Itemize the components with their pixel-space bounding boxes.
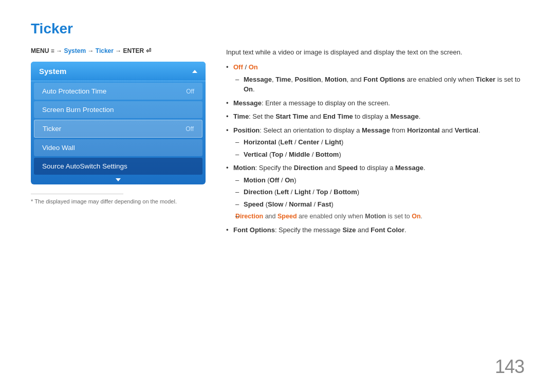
chevron-down-icon [116, 178, 121, 181]
dir-close: ) [357, 188, 359, 196]
right-panel: Input text while a video or image is dis… [226, 47, 524, 371]
sub-list-motion: Motion (Off / On) Direction (Left / Ligh… [233, 175, 524, 210]
on-label: On [249, 63, 258, 71]
vert-label: Vertical [244, 151, 267, 158]
left-divider [31, 194, 123, 194]
font-options-desc-1: : Specify the message [275, 226, 343, 234]
end-time: End Time [323, 113, 353, 120]
video-wall-label: Video Wall [42, 144, 75, 152]
menu-item-screen-burn[interactable]: Screen Burn Protection [34, 101, 202, 118]
motion-sub-motion: Motion (Off / On) [233, 175, 524, 185]
bullet-time: Time: Set the Start Time and End Time to… [226, 111, 524, 122]
auto-protection-label: Auto Protection Time [42, 87, 106, 95]
speed-fast: Fast [318, 200, 331, 208]
time-and: and [308, 113, 323, 120]
motion-sub-speed: Speed (Slow / Normal / Fast) [233, 199, 524, 210]
vert-slash2: / [310, 151, 316, 158]
font-options-period: . [404, 226, 406, 234]
sub-list-position: Horizontal (Left / Center / Light) Verti… [233, 137, 524, 159]
motion-sub-direction: Direction (Left / Light / Top / Bottom) [233, 187, 524, 197]
menu-enter: ENTER ⏎ [123, 47, 151, 54]
ticker-value: Off [186, 125, 194, 133]
motion-on: On [285, 176, 294, 184]
horiz-label: Horizontal [244, 138, 276, 146]
ticker-label: Ticker [43, 125, 61, 133]
start-time: Start Time [275, 113, 308, 120]
motion-close: ) [294, 176, 296, 184]
speed-normal: Normal [289, 200, 312, 208]
menu-path: MENU ≡ → System → Ticker → ENTER ⏎ [31, 47, 206, 54]
time-desc-2: to display a [353, 113, 391, 120]
motion-message: Message [395, 164, 423, 172]
position-desc-1: : Select an orientation to display a [260, 126, 362, 134]
off-label: Off [233, 63, 243, 71]
position-message: Message [362, 126, 390, 134]
subnote-message: Message, Time, Position, Motion, and Fon… [244, 76, 521, 94]
bottom-label: Bottom [316, 151, 339, 158]
auto-protection-value: Off [186, 88, 194, 95]
position-term: Position [233, 126, 260, 134]
subnote-offon: Message, Time, Position, Motion, and Fon… [233, 74, 524, 95]
light-label: Light [325, 138, 341, 146]
motion-and: and [323, 164, 338, 172]
motion-note: Direction and Speed are enabled only whe… [233, 211, 524, 221]
speed-term: Speed [338, 164, 358, 172]
footnote: * The displayed image may differ dependi… [31, 198, 206, 204]
dir-top: Top [317, 188, 328, 196]
menu-item-auto-protection[interactable]: Auto Protection Time Off [34, 83, 202, 100]
position-from: from [390, 126, 407, 134]
motion-desc-2: to display a [358, 164, 395, 172]
position-period: . [478, 126, 480, 134]
font-options-term: Font Options [233, 226, 275, 234]
bullet-motion: Motion: Specify the Direction and Speed … [226, 163, 524, 221]
left-label: Left [281, 138, 293, 146]
slash-1: / [243, 63, 249, 71]
dir-slash2: / [311, 188, 317, 196]
position-and: and [440, 126, 455, 134]
speed-slash2: / [312, 200, 318, 208]
speed-paren: ( [264, 200, 268, 208]
speed-close: ) [331, 200, 334, 208]
horiz-paren: ( [276, 138, 281, 146]
motion-period: . [423, 164, 425, 172]
content-area: MENU ≡ → System → Ticker → ENTER ⏎ Syste… [31, 47, 524, 371]
bullet-list: Off / On Message, Time, Position, Motion… [226, 62, 524, 235]
motion-paren: ( [266, 176, 270, 184]
menu-prefix: MENU [31, 47, 49, 54]
bullet-position: Position: Select an orientation to displ… [226, 125, 524, 160]
time-desc-1: : Set the [249, 113, 275, 120]
horiz-close: ) [341, 138, 343, 146]
speed-slash1: / [283, 200, 289, 208]
horizontal-term: Horizontal [407, 126, 440, 134]
direction-label: Direction [244, 188, 272, 196]
arrow-3: → [115, 47, 123, 54]
screen-burn-label: Screen Burn Protection [42, 106, 114, 114]
time-period: . [419, 113, 421, 120]
middle-label: Middle [289, 151, 310, 158]
time-term: Time [233, 113, 249, 120]
system-label: System [39, 67, 66, 76]
menu-item-video-wall[interactable]: Video Wall [34, 139, 202, 156]
arrow-1: → [56, 47, 64, 54]
position-vertical: Vertical (Top / Middle / Bottom) [233, 150, 524, 160]
dir-light: Light [294, 188, 311, 196]
menu-item-ticker[interactable]: Ticker Off [34, 120, 202, 138]
page-title: Ticker [31, 21, 524, 37]
page-number: 143 [495, 356, 524, 378]
message-term: Message [233, 99, 262, 107]
motion-slash: / [279, 176, 285, 184]
chevron-up-icon [192, 70, 197, 73]
motion-off: Off [270, 176, 280, 184]
vertical-term: Vertical [455, 126, 478, 134]
dir-bottom: Bottom [334, 188, 357, 196]
motion-term: Motion [233, 164, 255, 172]
dir-slash3: / [328, 188, 334, 196]
menu-item-source-autoswitch[interactable]: Source AutoSwitch Settings [34, 158, 202, 175]
sub-list-offon: Message, Time, Position, Motion, and Fon… [233, 74, 524, 95]
speed-slow: Slow [268, 200, 283, 208]
source-autoswitch-label: Source AutoSwitch Settings [42, 162, 127, 170]
size-label: Size [342, 226, 356, 234]
top-label: Top [271, 151, 283, 158]
bullet-font-options: Font Options: Specify the message Size a… [226, 225, 524, 235]
arrow-2: → [87, 47, 95, 54]
